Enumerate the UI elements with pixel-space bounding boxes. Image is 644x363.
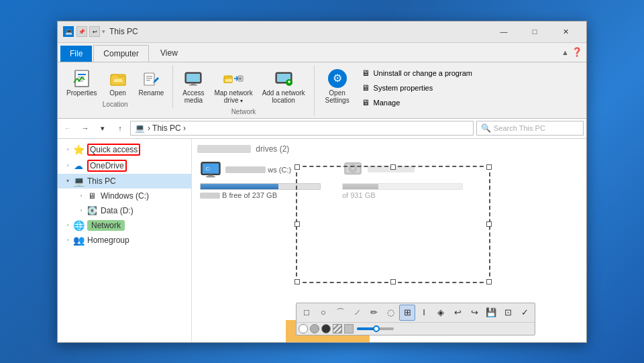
quick-access-undo[interactable]: ↩	[89, 26, 100, 37]
chevron-windows-c: ›	[76, 193, 86, 199]
location-buttons: Properties Open	[63, 65, 167, 99]
open-settings-button[interactable]: ⚙ OpenSettings	[320, 65, 355, 107]
svg-rect-13	[189, 85, 197, 86]
toolbar-row-colors	[297, 323, 535, 335]
tool-selection[interactable]: ⊞	[399, 305, 415, 321]
color-gray[interactable]	[310, 324, 319, 333]
properties-button[interactable]: Properties	[63, 65, 101, 99]
ribbon-group-system: ⚙ OpenSettings 🖥 Uninstall or change a p…	[320, 65, 480, 109]
uninstall-button[interactable]: 🖥 Uninstall or change a program	[358, 66, 475, 80]
handle-ml[interactable]	[294, 221, 300, 227]
homegroup-label: Homegroup	[87, 236, 129, 245]
tool-undo[interactable]: ↩	[449, 305, 466, 321]
drive-d-fill	[343, 184, 378, 189]
quick-access-dropdown[interactable]: ▾	[102, 28, 105, 35]
quick-access-label: Quick access	[87, 144, 140, 156]
maximize-button[interactable]: □	[519, 21, 550, 42]
drive-c-name: ws (C:)	[225, 165, 291, 174]
svg-rect-8	[146, 78, 152, 79]
back-button[interactable]: ←	[60, 121, 75, 136]
sidebar-item-network[interactable]: › 🌐 Network	[58, 218, 191, 233]
windows-c-label: Windows (C:)	[101, 191, 149, 201]
svg-rect-6	[144, 73, 154, 85]
map-network-drive-button[interactable]: Map networkdrive ▾	[211, 65, 256, 107]
chevron-data-d: ›	[76, 207, 86, 213]
tab-computer[interactable]: Computer	[93, 45, 149, 62]
open-icon	[107, 68, 129, 89]
address-bar[interactable]: 💻 › This PC ›	[130, 121, 474, 136]
rename-button[interactable]: Rename	[136, 65, 168, 99]
explorer-window: 💻 📌 ↩ ▾ This PC — □ ✕ File Computer View	[57, 21, 587, 343]
sidebar-item-this-pc[interactable]: ▾ 💻 This PC	[58, 174, 191, 189]
quick-access-icon: ⭐	[72, 144, 85, 155]
tab-view[interactable]: View	[150, 44, 188, 62]
drives-section: drives (2) C:	[197, 144, 581, 202]
toolbar-row-tools: □ ○ ⌒ ⟋ ✏ ◌ ⊞ I ◈ ↩ ↪ 💾 ⊡ ✓	[297, 303, 535, 323]
svg-rect-9	[146, 80, 150, 81]
tool-save[interactable]: 💾	[483, 305, 499, 321]
up-button[interactable]: ↑	[113, 121, 127, 136]
help-button[interactable]: ❓	[572, 47, 582, 57]
tool-ellipse[interactable]: ○	[315, 305, 331, 321]
close-button[interactable]: ✕	[550, 21, 581, 42]
manage-button[interactable]: 🖥 Manage	[358, 96, 475, 109]
svg-line-34	[338, 329, 342, 333]
tool-eraser[interactable]: ◈	[433, 305, 449, 321]
sidebar-item-data-d[interactable]: › 💽 Data (D:)	[58, 203, 191, 218]
access-media-button[interactable]: Accessmedia	[178, 65, 208, 107]
this-pc-icon: 💻	[72, 176, 85, 187]
drive-d-info	[368, 165, 415, 174]
tool-rectangle[interactable]: □	[299, 305, 315, 321]
address-area: ← → ▾ ↑ 💻 › This PC › 🔍 Search This PC	[58, 119, 586, 139]
tool-confirm[interactable]: ✓	[517, 305, 533, 321]
handle-br[interactable]	[486, 279, 492, 284]
drive-item-c[interactable]: C: ws (C:)	[197, 156, 331, 202]
tool-arc[interactable]: ⌒	[332, 305, 348, 321]
annotation-toolbar: □ ○ ⌒ ⟋ ✏ ◌ ⊞ I ◈ ↩ ↪ 💾 ⊡ ✓	[296, 303, 535, 335]
svg-line-33	[333, 325, 338, 329]
color-light-gray[interactable]	[344, 324, 354, 333]
pattern-swatch[interactable]	[333, 324, 342, 333]
properties-label: Properties	[66, 89, 97, 97]
tool-highlighter[interactable]: ◌	[382, 305, 398, 321]
svg-text:C:: C:	[205, 165, 211, 171]
sidebar-item-homegroup[interactable]: › 👥 Homegroup	[58, 233, 191, 248]
tab-file[interactable]: File	[60, 46, 92, 62]
system-properties-button[interactable]: 🖥 System properties	[358, 81, 475, 95]
svg-rect-7	[146, 76, 152, 77]
ribbon-group-location: Properties Open	[63, 65, 173, 108]
open-button[interactable]: Open	[103, 65, 133, 99]
quick-access-save[interactable]: 📌	[76, 26, 87, 37]
ribbon-body: Properties Open	[58, 62, 586, 118]
tool-redo[interactable]: ↪	[466, 305, 482, 321]
forward-button[interactable]: →	[78, 121, 93, 136]
minimize-button[interactable]: —	[488, 21, 519, 42]
color-black[interactable]	[321, 324, 331, 333]
sidebar-item-onedrive[interactable]: › ☁ OneDrive	[58, 158, 191, 174]
drive-item-d[interactable]: of 931 GB	[339, 156, 474, 202]
svg-rect-26	[206, 176, 215, 177]
thickness-slider[interactable]	[357, 324, 394, 333]
onedrive-label: OneDrive	[87, 160, 127, 172]
uninstall-icon: 🖥	[360, 68, 371, 79]
tool-copy[interactable]: ⊡	[500, 305, 516, 321]
handle-mr[interactable]	[486, 221, 492, 227]
tool-text[interactable]: I	[416, 305, 432, 321]
sidebar-item-quick-access[interactable]: › ⭐ Quick access	[58, 142, 191, 158]
add-network-location-button[interactable]: Add a networklocation	[259, 65, 309, 107]
drive-d-name	[368, 165, 415, 174]
handle-bl[interactable]	[294, 279, 300, 284]
chevron-quick-access: ›	[63, 146, 72, 152]
chevron-this-pc: ▾	[63, 178, 72, 184]
sidebar-item-windows-c[interactable]: › 🖥 Windows (C:)	[58, 189, 191, 203]
search-bar[interactable]: 🔍 Search This PC	[476, 121, 584, 136]
ribbon-collapse[interactable]: ▲	[561, 48, 569, 56]
tool-line[interactable]: ⟋	[349, 305, 365, 321]
access-media-icon	[182, 68, 204, 89]
tool-pencil[interactable]: ✏	[366, 305, 382, 321]
handle-bm[interactable]	[390, 279, 396, 284]
color-white[interactable]	[299, 324, 308, 333]
recent-button[interactable]: ▾	[95, 121, 110, 136]
navigation-pane: › ⭐ Quick access › ☁ OneDrive ▾ 💻 This P…	[58, 139, 192, 342]
drive-d-space: of 931 GB	[342, 191, 376, 199]
